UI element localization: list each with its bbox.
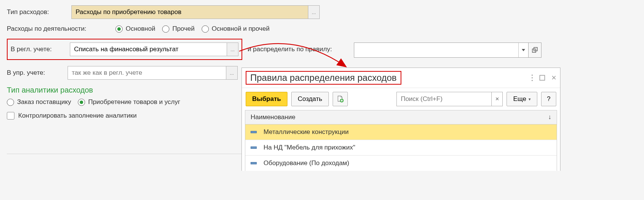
column-header-name[interactable]: Наименование bbox=[251, 113, 295, 121]
item-icon bbox=[251, 162, 257, 164]
activity-radio-label: Основной bbox=[126, 25, 155, 33]
svg-point-4 bbox=[532, 80, 533, 81]
popout-icon bbox=[532, 47, 538, 53]
list-item-label: На НД "Мебель для прихожих" bbox=[264, 144, 355, 151]
checkbox-label: Контролировать заполнение аналитики bbox=[18, 112, 137, 120]
mgr-acc-picker-button[interactable]: ... bbox=[226, 66, 237, 79]
mgr-acc-label: В упр. учете: bbox=[7, 69, 65, 77]
activity-radio-label: Основной и прочей bbox=[212, 25, 270, 33]
analytics-radio-label: Приобретение товаров и услуг bbox=[88, 98, 180, 106]
reg-acc-input[interactable] bbox=[70, 43, 227, 56]
rule-dropdown-button[interactable] bbox=[518, 43, 528, 57]
analytics-radio-label: Заказ поставщику bbox=[17, 98, 71, 106]
activity-radio-label: Прочей bbox=[172, 25, 195, 33]
activity-radio-other[interactable]: Прочей bbox=[162, 25, 195, 33]
rule-label: и распределить по правилу: bbox=[248, 46, 332, 53]
sort-arrow-icon[interactable]: ↓ bbox=[548, 113, 552, 121]
help-button[interactable]: ? bbox=[541, 92, 556, 106]
list-item-label: Металлические конструкции bbox=[264, 128, 349, 136]
list-item[interactable]: Оборудование (По доходам) bbox=[245, 156, 557, 171]
item-icon bbox=[251, 131, 257, 133]
rule-popout-button[interactable] bbox=[529, 43, 541, 58]
expense-type-picker-button[interactable]: ... bbox=[308, 6, 319, 19]
popup-more-icon[interactable] bbox=[531, 74, 533, 81]
rules-popup: Правила распределения расходов × Выбрать… bbox=[242, 68, 560, 171]
svg-point-2 bbox=[532, 74, 533, 76]
list-item[interactable]: Металлические конструкции bbox=[245, 124, 557, 140]
search-clear-button[interactable]: × bbox=[491, 92, 503, 106]
create-button[interactable]: Создать bbox=[291, 92, 329, 106]
rule-input[interactable] bbox=[354, 43, 518, 57]
analytics-radio-purchase[interactable]: Приобретение товаров и услуг bbox=[78, 98, 180, 106]
more-menu-button[interactable]: Еще bbox=[507, 92, 537, 106]
popup-maximize-icon[interactable] bbox=[539, 75, 545, 81]
search-input[interactable] bbox=[396, 92, 491, 106]
list-item[interactable]: На НД "Мебель для прихожих" bbox=[245, 140, 557, 156]
item-icon bbox=[251, 146, 257, 149]
control-analytics-checkbox[interactable]: Контролировать заполнение аналитики bbox=[7, 112, 137, 120]
reg-acc-picker-button[interactable]: ... bbox=[227, 43, 238, 56]
popup-title: Правила распределения расходов bbox=[246, 71, 401, 85]
popup-close-icon[interactable]: × bbox=[551, 73, 556, 83]
activity-radio-main[interactable]: Основной bbox=[115, 25, 155, 33]
svg-rect-5 bbox=[540, 76, 545, 80]
activity-label: Расходы по деятельности: bbox=[7, 25, 112, 33]
list-item-label: Оборудование (По доходам) bbox=[264, 159, 349, 167]
activity-radio-both[interactable]: Основной и прочей bbox=[202, 25, 270, 33]
analytics-radio-order[interactable]: Заказ поставщику bbox=[7, 98, 71, 106]
create-copy-button[interactable] bbox=[333, 92, 348, 106]
expense-type-input[interactable] bbox=[72, 6, 308, 19]
svg-point-3 bbox=[532, 77, 533, 78]
mgr-acc-input[interactable] bbox=[68, 66, 226, 79]
document-plus-icon bbox=[336, 95, 344, 103]
expense-type-label: Тип расходов: bbox=[7, 8, 68, 16]
reg-acc-label: В регл. учете: bbox=[11, 46, 67, 53]
select-button[interactable]: Выбрать bbox=[246, 92, 287, 106]
